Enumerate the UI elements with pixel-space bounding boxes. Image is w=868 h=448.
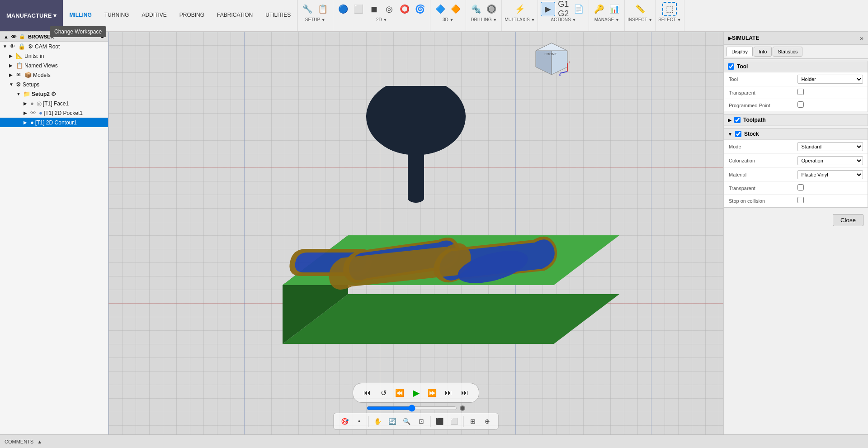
simulate-header: ▶ SIMULATE » bbox=[724, 32, 868, 45]
lock-icon[interactable]: 🔒 bbox=[19, 33, 25, 39]
view-icon[interactable]: 🎯 bbox=[339, 415, 351, 428]
models-cube-icon: 📦 bbox=[24, 71, 32, 78]
tree-root[interactable]: ▼ 👁 🔒 ⚙ CAM Root bbox=[0, 42, 108, 51]
2d-thread-icon[interactable]: 🌀 bbox=[413, 2, 427, 16]
toolpath-section-header[interactable]: ▶ Toolpath bbox=[724, 114, 868, 126]
stop-collision-check-wrapper bbox=[797, 197, 863, 205]
grid-icon[interactable]: ⊞ bbox=[467, 415, 479, 428]
programmed-point-checkbox[interactable] bbox=[797, 101, 804, 108]
mode-label: Mode bbox=[729, 144, 795, 149]
stop-collision-checkbox[interactable] bbox=[797, 197, 804, 203]
statusbar-expand-icon[interactable]: ▲ bbox=[37, 439, 42, 444]
close-button[interactable]: Close bbox=[833, 214, 863, 226]
transport-scrubber[interactable] bbox=[367, 405, 457, 412]
sim-tab-info[interactable]: Info bbox=[754, 47, 772, 57]
namedviews-icon: 📋 bbox=[16, 62, 23, 69]
tab-fabrication[interactable]: FABRICATION bbox=[211, 0, 259, 31]
post-icon[interactable]: 📄 bbox=[571, 2, 586, 16]
face1-op-icon: ◎ bbox=[37, 100, 42, 107]
2d-face-icon[interactable]: 🔵 bbox=[336, 2, 350, 16]
tool-section-checkbox[interactable] bbox=[728, 63, 734, 70]
2d-contour-icon[interactable]: ⬜ bbox=[351, 2, 366, 16]
tree-setups[interactable]: ▼ ⚙ Setups bbox=[0, 80, 108, 89]
tree-models[interactable]: ▶ 👁 📦 Models bbox=[0, 70, 108, 80]
simulate-icon[interactable]: ▶ bbox=[541, 2, 555, 16]
display-mode2-icon[interactable]: ⬜ bbox=[448, 415, 461, 428]
mode-select-wrapper: Standard Solid Wireframe bbox=[797, 142, 863, 151]
2d-adaptive-icon[interactable]: ◎ bbox=[382, 2, 396, 16]
tree-face1[interactable]: ▶ ● ◎ [T1] Face1 bbox=[0, 99, 108, 108]
transport-skip-start[interactable]: ⏮ bbox=[360, 386, 374, 400]
sim-tab-display[interactable]: Display bbox=[726, 47, 753, 57]
transparent-checkbox[interactable] bbox=[797, 89, 804, 95]
2d-pocket-icon[interactable]: ◼ bbox=[367, 2, 381, 16]
main-viewport[interactable]: ⏮ ↺ ⏪ ▶ ⏩ ⏭ ⏭ 🎯 • ✋ 🔄 🔍 ⊡ ⬛ ⬜ ⊞ ⊕ bbox=[108, 32, 723, 434]
tree-named-views[interactable]: ▶ 📋 Named Views bbox=[0, 61, 108, 70]
colorization-row: Colorization Operation Material None bbox=[724, 154, 868, 168]
transport-skip-fwd[interactable]: ⏭ bbox=[442, 386, 455, 400]
toollib-icon[interactable]: 🔑 bbox=[592, 2, 606, 16]
tab-probing[interactable]: PROBING bbox=[173, 0, 211, 31]
zoom-icon[interactable]: 🔍 bbox=[401, 415, 413, 428]
mode-select[interactable]: Standard Solid Wireframe bbox=[797, 142, 863, 151]
multiaxis-icon[interactable]: ⚡ bbox=[513, 2, 527, 16]
2d-icons: 🔵 ⬜ ◼ ◎ ⭕ 🌀 bbox=[336, 2, 427, 16]
toolpath-expand-arrow: ▶ bbox=[728, 118, 731, 123]
stock-transparent-checkbox[interactable] bbox=[797, 184, 804, 191]
3d-adaptive-icon[interactable]: 🔷 bbox=[433, 2, 448, 16]
panel-collapse-button[interactable]: » bbox=[860, 34, 863, 42]
view-cube[interactable]: FRONT Z X bbox=[533, 41, 570, 77]
transport-skip-end[interactable]: ⏭ bbox=[458, 386, 472, 400]
orbit-icon[interactable]: 🔄 bbox=[386, 415, 399, 428]
tree-units[interactable]: ▶ 📐 Units: in bbox=[0, 51, 108, 61]
material-select[interactable]: Plastic Vinyl Steel Aluminum bbox=[797, 170, 863, 179]
tree-2dcontour1[interactable]: ▶ ● [T1] 2D Contour1 bbox=[0, 118, 108, 127]
pan-icon[interactable]: ✋ bbox=[372, 415, 384, 428]
workspace-tooltip: Change Workspace bbox=[50, 26, 106, 37]
display-mode-icon[interactable]: ⬛ bbox=[434, 415, 446, 428]
face1-label: [T1] Face1 bbox=[43, 100, 69, 107]
transport-position-dot bbox=[460, 405, 465, 411]
pocket1-icon: ● bbox=[39, 110, 42, 116]
transport-play[interactable]: ▶ bbox=[409, 386, 423, 400]
transport-scrubber-row bbox=[367, 405, 465, 412]
select-icon[interactable]: ⬚ bbox=[662, 2, 677, 16]
toolpath-section-checkbox[interactable] bbox=[734, 117, 741, 123]
units-icon: 📐 bbox=[16, 52, 23, 59]
gcode-icon[interactable]: G1G2 bbox=[556, 2, 571, 16]
stock-section-checkbox[interactable] bbox=[735, 131, 741, 137]
tree-setup2[interactable]: ▼ 📁 Setup2 ⚙ bbox=[0, 89, 108, 99]
toolbar-section-3d: 🔷 🔶 3D ▼ bbox=[430, 0, 466, 31]
transport-step-back[interactable]: ⏪ bbox=[393, 386, 406, 400]
dot-icon[interactable]: • bbox=[353, 415, 366, 428]
tab-additive[interactable]: ADDITIVE bbox=[135, 0, 173, 31]
tab-utilities[interactable]: UTILITIES bbox=[259, 0, 297, 31]
colorization-select[interactable]: Operation Material None bbox=[797, 156, 863, 165]
units-expand: ▶ bbox=[9, 53, 14, 58]
arrow-up-icon: ▲ bbox=[4, 34, 9, 39]
material-row: Material Plastic Vinyl Steel Aluminum bbox=[724, 168, 868, 182]
tool-select[interactable]: Holder Full None bbox=[797, 75, 863, 84]
new-setup-icon[interactable]: 🔧 bbox=[300, 2, 315, 16]
3d-pocket-icon[interactable]: 🔶 bbox=[448, 2, 463, 16]
drill2-icon[interactable]: 🔘 bbox=[484, 2, 499, 16]
measure-icon[interactable]: 📏 bbox=[633, 2, 647, 16]
close-button-row: Close bbox=[724, 210, 868, 231]
colorization-select-wrapper: Operation Material None bbox=[797, 156, 863, 165]
face1-icon: ● bbox=[30, 100, 34, 107]
drill-icon[interactable]: 🔩 bbox=[469, 2, 483, 16]
snap-icon[interactable]: ⊕ bbox=[481, 415, 494, 428]
2d-bore-icon[interactable]: ⭕ bbox=[397, 2, 412, 16]
browser-panel: ▲ 👁 🔒 BROWSER ⚙ ▼ 👁 🔒 ⚙ CAM Root ▶ 📐 Uni… bbox=[0, 32, 108, 434]
tool-section-header[interactable]: Tool bbox=[724, 61, 868, 72]
eye-icon[interactable]: 👁 bbox=[11, 34, 16, 39]
root-lock-icon: 🔒 bbox=[18, 43, 25, 50]
fit-icon[interactable]: ⊡ bbox=[415, 415, 428, 428]
manage2-icon[interactable]: 📊 bbox=[607, 2, 622, 16]
stock-section-header[interactable]: ▼ Stock bbox=[724, 129, 868, 140]
sim-tab-statistics[interactable]: Statistics bbox=[773, 47, 802, 57]
transport-step-forward[interactable]: ⏩ bbox=[425, 386, 439, 400]
setup-icon2[interactable]: 📋 bbox=[316, 2, 330, 16]
transport-loop[interactable]: ↺ bbox=[377, 386, 390, 400]
tree-2dpocket1[interactable]: ▶ 👁 ● [T1] 2D Pocket1 bbox=[0, 108, 108, 118]
